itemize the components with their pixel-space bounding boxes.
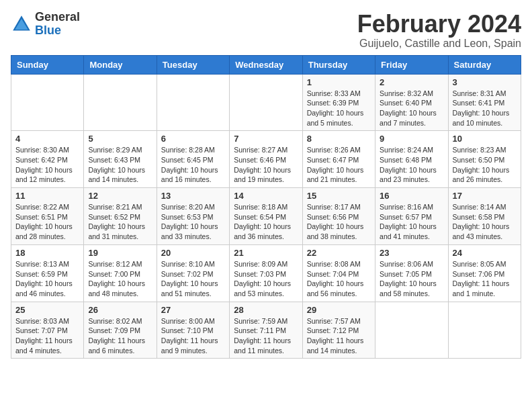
day-number: 24: [453, 248, 517, 258]
day-info: Sunrise: 8:03 AM Sunset: 7:07 PM Dayligh…: [15, 316, 79, 356]
day-number: 2: [380, 77, 443, 87]
day-info: Sunrise: 8:20 AM Sunset: 6:53 PM Dayligh…: [161, 202, 225, 242]
calendar-cell: [230, 74, 302, 131]
calendar-cell: 12Sunrise: 8:21 AM Sunset: 6:52 PM Dayli…: [84, 188, 157, 245]
logo-icon: [11, 13, 32, 35]
weekday-header: Saturday: [448, 55, 521, 74]
day-info: Sunrise: 8:10 AM Sunset: 7:02 PM Dayligh…: [161, 259, 225, 299]
location: Guijuelo, Castille and Leon, Spain: [357, 38, 521, 50]
logo: General Blue: [11, 11, 80, 38]
logo-blue: Blue: [35, 24, 61, 37]
day-number: 18: [15, 248, 79, 258]
day-info: Sunrise: 8:16 AM Sunset: 6:57 PM Dayligh…: [380, 202, 443, 242]
weekday-header: Thursday: [302, 55, 375, 74]
calendar-cell: 9Sunrise: 8:24 AM Sunset: 6:48 PM Daylig…: [375, 131, 448, 188]
calendar-cell: 14Sunrise: 8:18 AM Sunset: 6:54 PM Dayli…: [230, 188, 302, 245]
calendar-cell: [157, 74, 229, 131]
calendar-cell: 21Sunrise: 8:09 AM Sunset: 7:03 PM Dayli…: [230, 244, 302, 302]
day-info: Sunrise: 8:33 AM Sunset: 6:39 PM Dayligh…: [307, 89, 371, 128]
calendar-cell: 23Sunrise: 8:06 AM Sunset: 7:05 PM Dayli…: [375, 244, 448, 302]
calendar-cell: 7Sunrise: 8:27 AM Sunset: 6:46 PM Daylig…: [230, 131, 302, 188]
day-info: Sunrise: 8:26 AM Sunset: 6:47 PM Dayligh…: [307, 145, 371, 185]
day-number: 9: [380, 134, 443, 144]
day-number: 11: [15, 191, 79, 201]
day-info: Sunrise: 8:00 AM Sunset: 7:10 PM Dayligh…: [161, 316, 225, 356]
weekday-header: Sunday: [11, 55, 84, 74]
calendar-cell: [84, 74, 157, 131]
day-info: Sunrise: 8:18 AM Sunset: 6:54 PM Dayligh…: [234, 202, 298, 242]
calendar-cell: 6Sunrise: 8:28 AM Sunset: 6:45 PM Daylig…: [157, 131, 229, 188]
page-header: General Blue February 2024 Guijuelo, Cas…: [11, 11, 521, 50]
calendar-cell: 17Sunrise: 8:14 AM Sunset: 6:58 PM Dayli…: [448, 188, 521, 245]
day-info: Sunrise: 8:12 AM Sunset: 7:00 PM Dayligh…: [88, 259, 152, 299]
day-number: 12: [88, 191, 152, 201]
day-info: Sunrise: 8:24 AM Sunset: 6:48 PM Dayligh…: [380, 145, 443, 185]
month-title: February 2024: [357, 11, 521, 38]
day-info: Sunrise: 8:21 AM Sunset: 6:52 PM Dayligh…: [88, 202, 152, 242]
calendar-cell: 24Sunrise: 8:05 AM Sunset: 7:06 PM Dayli…: [448, 244, 521, 302]
day-number: 6: [161, 134, 225, 144]
calendar-cell: 22Sunrise: 8:08 AM Sunset: 7:04 PM Dayli…: [302, 244, 375, 302]
calendar-cell: 10Sunrise: 8:23 AM Sunset: 6:50 PM Dayli…: [448, 131, 521, 188]
calendar-cell: 1Sunrise: 8:33 AM Sunset: 6:39 PM Daylig…: [302, 74, 375, 131]
day-info: Sunrise: 8:22 AM Sunset: 6:51 PM Dayligh…: [15, 202, 79, 242]
calendar-cell: [11, 74, 84, 131]
day-info: Sunrise: 8:17 AM Sunset: 6:56 PM Dayligh…: [307, 202, 371, 242]
day-number: 4: [15, 134, 79, 144]
day-info: Sunrise: 8:29 AM Sunset: 6:43 PM Dayligh…: [88, 145, 152, 185]
day-info: Sunrise: 8:27 AM Sunset: 6:46 PM Dayligh…: [234, 145, 298, 185]
day-info: Sunrise: 7:59 AM Sunset: 7:11 PM Dayligh…: [234, 316, 298, 356]
day-number: 22: [307, 248, 371, 258]
calendar-cell: [375, 302, 448, 359]
day-info: Sunrise: 8:13 AM Sunset: 6:59 PM Dayligh…: [15, 259, 79, 299]
calendar-week-row: 1Sunrise: 8:33 AM Sunset: 6:39 PM Daylig…: [11, 74, 521, 131]
day-number: 25: [15, 305, 79, 315]
calendar-cell: 3Sunrise: 8:31 AM Sunset: 6:41 PM Daylig…: [448, 74, 521, 131]
calendar-cell: 27Sunrise: 8:00 AM Sunset: 7:10 PM Dayli…: [157, 302, 229, 359]
day-info: Sunrise: 8:14 AM Sunset: 6:58 PM Dayligh…: [453, 202, 517, 242]
day-number: 3: [453, 77, 517, 87]
day-number: 7: [234, 134, 298, 144]
day-number: 26: [88, 305, 152, 315]
weekday-header: Monday: [84, 55, 157, 74]
day-number: 19: [88, 248, 152, 258]
calendar-cell: 20Sunrise: 8:10 AM Sunset: 7:02 PM Dayli…: [157, 244, 229, 302]
calendar-cell: 19Sunrise: 8:12 AM Sunset: 7:00 PM Dayli…: [84, 244, 157, 302]
weekday-row: SundayMondayTuesdayWednesdayThursdayFrid…: [11, 55, 521, 74]
day-number: 16: [380, 191, 443, 201]
day-number: 15: [307, 191, 371, 201]
calendar-cell: 28Sunrise: 7:59 AM Sunset: 7:11 PM Dayli…: [230, 302, 302, 359]
weekday-header: Wednesday: [230, 55, 302, 74]
calendar-cell: 11Sunrise: 8:22 AM Sunset: 6:51 PM Dayli…: [11, 188, 84, 245]
calendar-cell: 5Sunrise: 8:29 AM Sunset: 6:43 PM Daylig…: [84, 131, 157, 188]
calendar-cell: 4Sunrise: 8:30 AM Sunset: 6:42 PM Daylig…: [11, 131, 84, 188]
calendar-week-row: 4Sunrise: 8:30 AM Sunset: 6:42 PM Daylig…: [11, 131, 521, 188]
calendar-cell: 25Sunrise: 8:03 AM Sunset: 7:07 PM Dayli…: [11, 302, 84, 359]
weekday-header: Friday: [375, 55, 448, 74]
day-info: Sunrise: 8:08 AM Sunset: 7:04 PM Dayligh…: [307, 259, 371, 299]
day-info: Sunrise: 8:06 AM Sunset: 7:05 PM Dayligh…: [380, 259, 443, 299]
calendar-cell: 16Sunrise: 8:16 AM Sunset: 6:57 PM Dayli…: [375, 188, 448, 245]
calendar-cell: 26Sunrise: 8:02 AM Sunset: 7:09 PM Dayli…: [84, 302, 157, 359]
day-number: 27: [161, 305, 225, 315]
day-number: 28: [234, 305, 298, 315]
day-info: Sunrise: 8:23 AM Sunset: 6:50 PM Dayligh…: [453, 145, 517, 185]
day-info: Sunrise: 8:05 AM Sunset: 7:06 PM Dayligh…: [453, 259, 517, 299]
day-number: 23: [380, 248, 443, 258]
day-number: 8: [307, 134, 371, 144]
day-info: Sunrise: 8:28 AM Sunset: 6:45 PM Dayligh…: [161, 145, 225, 185]
day-number: 17: [453, 191, 517, 201]
day-info: Sunrise: 8:02 AM Sunset: 7:09 PM Dayligh…: [88, 316, 152, 356]
calendar-week-row: 18Sunrise: 8:13 AM Sunset: 6:59 PM Dayli…: [11, 244, 521, 302]
day-number: 21: [234, 248, 298, 258]
day-info: Sunrise: 7:57 AM Sunset: 7:12 PM Dayligh…: [307, 316, 371, 356]
calendar-week-row: 11Sunrise: 8:22 AM Sunset: 6:51 PM Dayli…: [11, 188, 521, 245]
day-number: 13: [161, 191, 225, 201]
calendar-cell: 29Sunrise: 7:57 AM Sunset: 7:12 PM Dayli…: [302, 302, 375, 359]
day-info: Sunrise: 8:31 AM Sunset: 6:41 PM Dayligh…: [453, 89, 517, 128]
calendar-cell: 2Sunrise: 8:32 AM Sunset: 6:40 PM Daylig…: [375, 74, 448, 131]
day-info: Sunrise: 8:30 AM Sunset: 6:42 PM Dayligh…: [15, 145, 79, 185]
day-number: 20: [161, 248, 225, 258]
day-number: 5: [88, 134, 152, 144]
calendar-cell: 13Sunrise: 8:20 AM Sunset: 6:53 PM Dayli…: [157, 188, 229, 245]
